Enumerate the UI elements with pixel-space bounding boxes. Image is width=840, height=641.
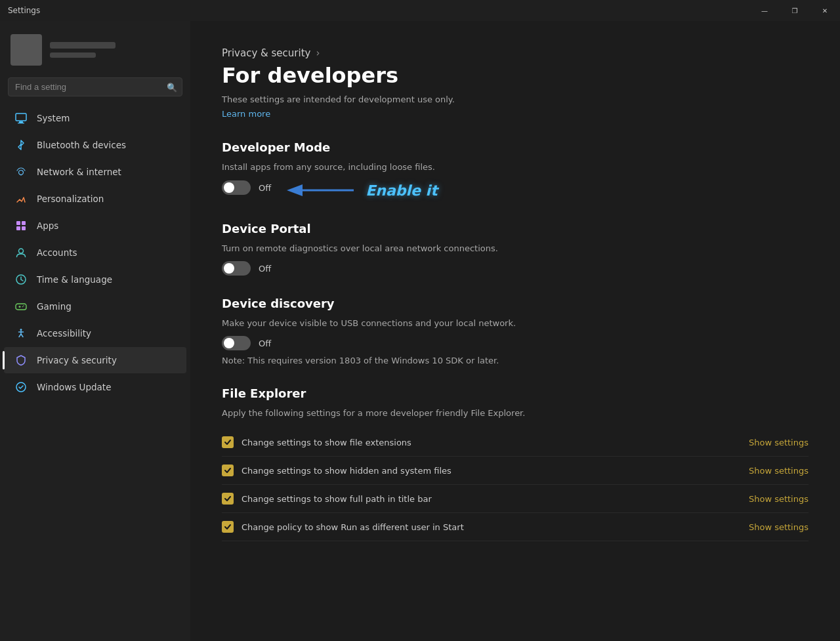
main-content: Privacy & security › For developers Thes… — [190, 21, 840, 641]
sidebar-item-label-windows-update: Windows Update — [37, 382, 111, 392]
device-discovery-toggle-row: Off — [222, 336, 808, 350]
svg-rect-6 — [16, 226, 20, 230]
checkbox-label-1: Change settings to show hidden and syste… — [242, 466, 452, 476]
file-explorer-title: File Explorer — [222, 386, 808, 400]
file-explorer-items: Change settings to show file extensions … — [222, 428, 808, 541]
checkbox-left-1: Change settings to show hidden and syste… — [222, 465, 452, 476]
svg-rect-4 — [16, 221, 20, 225]
checkbox-2[interactable] — [222, 493, 234, 505]
close-button[interactable]: ✕ — [810, 0, 840, 21]
app-title: Settings — [8, 6, 40, 15]
sidebar-item-system[interactable]: System — [4, 105, 186, 131]
sidebar-item-personalization[interactable]: Personalization — [4, 186, 186, 212]
search-icon: 🔍 — [167, 82, 177, 92]
svg-point-8 — [19, 249, 24, 253]
toggle-knob — [224, 182, 234, 193]
sidebar-item-label-bluetooth: Bluetooth & devices — [37, 140, 126, 150]
device-discovery-desc: Make your device visible to USB connecti… — [222, 318, 808, 328]
svg-point-11 — [22, 306, 24, 308]
developer-mode-toggle[interactable] — [222, 180, 251, 195]
sidebar: 🔍 System Bluetooth & devices Network — [0, 21, 190, 641]
annotation-text: Enable it — [366, 182, 437, 199]
svg-rect-0 — [16, 114, 26, 121]
toggle-knob-discovery — [224, 338, 234, 348]
restore-button[interactable]: ❐ — [780, 0, 810, 21]
list-item: Change policy to show Run as different u… — [222, 513, 808, 541]
sidebar-item-time[interactable]: Time & language — [4, 266, 186, 293]
list-item: Change settings to show full path in tit… — [222, 485, 808, 513]
device-portal-desc: Turn on remote diagnostics over local ar… — [222, 243, 808, 253]
bluetooth-icon — [14, 138, 28, 152]
svg-rect-10 — [16, 304, 26, 310]
annotation-arrow — [282, 180, 360, 201]
developer-mode-title: Developer Mode — [222, 140, 808, 154]
developer-mode-row: Off — [222, 180, 271, 195]
app-container: 🔍 System Bluetooth & devices Network — [0, 21, 840, 641]
device-portal-toggle[interactable] — [222, 261, 251, 276]
breadcrumb: Privacy & security › — [222, 47, 808, 59]
windows-update-icon — [14, 381, 28, 394]
checkbox-3[interactable] — [222, 521, 234, 533]
device-discovery-toggle[interactable] — [222, 336, 251, 350]
developer-mode-desc: Install apps from any source, including … — [222, 162, 808, 172]
breadcrumb-separator: › — [316, 47, 320, 59]
list-item: Change settings to show hidden and syste… — [222, 457, 808, 485]
svg-point-13 — [20, 329, 22, 331]
accessibility-icon — [14, 327, 28, 340]
checkbox-left-2: Change settings to show full path in tit… — [222, 493, 432, 505]
sidebar-item-apps[interactable]: Apps — [4, 213, 186, 239]
sidebar-item-network[interactable]: Network & internet — [4, 159, 186, 185]
checkbox-left-3: Change policy to show Run as different u… — [222, 521, 464, 533]
apps-icon — [14, 219, 28, 232]
titlebar: Settings — ❐ ✕ — [0, 0, 840, 21]
learn-more-link[interactable]: Learn more — [222, 109, 270, 119]
profile-name — [50, 42, 116, 49]
minimize-button[interactable]: — — [749, 0, 780, 21]
file-explorer-desc: Apply the following settings for a more … — [222, 408, 808, 418]
sidebar-nav: System Bluetooth & devices Network & int… — [0, 104, 190, 401]
sidebar-item-accounts[interactable]: Accounts — [4, 239, 186, 266]
sidebar-item-label-personalization: Personalization — [37, 194, 104, 204]
device-discovery-note: Note: This requires version 1803 of the … — [222, 356, 808, 365]
search-input[interactable] — [8, 77, 182, 96]
sidebar-item-privacy[interactable]: Privacy & security — [4, 347, 186, 373]
page-title: For developers — [222, 63, 808, 88]
sidebar-item-label-system: System — [37, 113, 70, 123]
sidebar-item-accessibility[interactable]: Accessibility — [4, 320, 186, 346]
svg-rect-1 — [19, 121, 23, 123]
show-settings-link-2[interactable]: Show settings — [749, 494, 808, 504]
show-settings-link-0[interactable]: Show settings — [749, 438, 808, 447]
device-portal-toggle-row: Off — [222, 261, 808, 276]
svg-point-3 — [20, 175, 22, 176]
show-settings-link-3[interactable]: Show settings — [749, 522, 808, 532]
system-icon — [14, 112, 28, 125]
avatar — [10, 34, 42, 66]
list-item: Change settings to show file extensions … — [222, 428, 808, 457]
checkbox-0[interactable] — [222, 436, 234, 448]
developer-mode-toggle-row: Off Enable it — [222, 180, 808, 201]
show-settings-link-1[interactable]: Show settings — [749, 466, 808, 476]
device-discovery-toggle-label: Off — [259, 339, 271, 348]
sidebar-item-label-time: Time & language — [37, 274, 112, 285]
svg-point-12 — [23, 305, 24, 306]
sidebar-item-label-accounts: Accounts — [37, 247, 77, 258]
sidebar-item-windows-update[interactable]: Windows Update — [4, 374, 186, 400]
user-profile — [0, 21, 190, 72]
svg-rect-7 — [22, 226, 26, 230]
checkbox-left-0: Change settings to show file extensions — [222, 436, 411, 448]
sidebar-item-bluetooth[interactable]: Bluetooth & devices — [4, 132, 186, 158]
profile-subtitle — [50, 52, 96, 58]
privacy-icon — [14, 354, 28, 367]
profile-info — [50, 42, 116, 58]
accounts-icon — [14, 246, 28, 259]
checkbox-1[interactable] — [222, 465, 234, 476]
sidebar-item-gaming[interactable]: Gaming — [4, 293, 186, 320]
device-discovery-title: Device discovery — [222, 297, 808, 310]
search-container: 🔍 — [8, 77, 182, 96]
device-portal-toggle-label: Off — [259, 264, 271, 274]
checkbox-label-3: Change policy to show Run as different u… — [242, 522, 464, 532]
svg-rect-5 — [22, 221, 26, 225]
breadcrumb-parent[interactable]: Privacy & security — [222, 47, 310, 59]
device-portal-title: Device Portal — [222, 222, 808, 236]
sidebar-item-label-privacy: Privacy & security — [37, 355, 117, 365]
